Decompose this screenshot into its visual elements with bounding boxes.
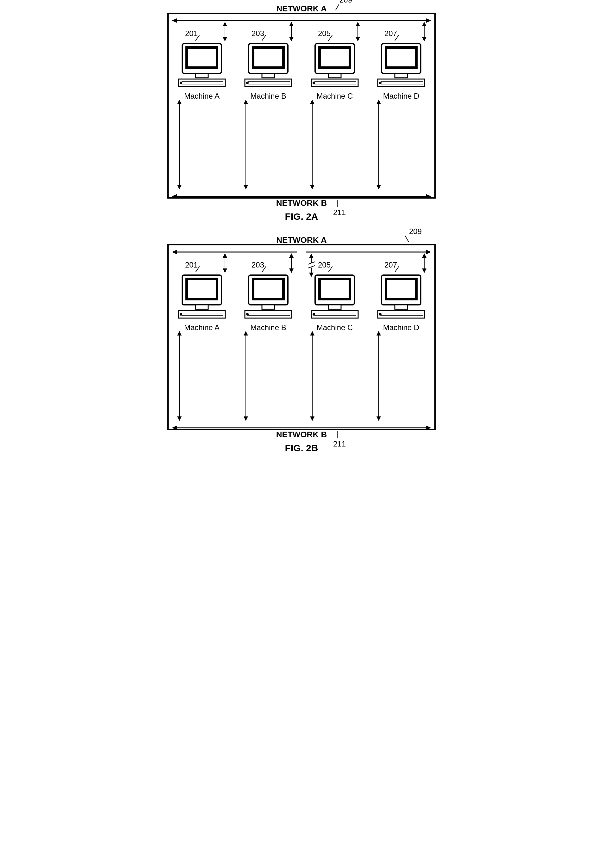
network-b-label: NETWORK B	[276, 198, 327, 208]
machine-b: 203 Machine B	[238, 274, 298, 332]
svg-rect-28	[386, 48, 416, 68]
conn-b-top	[291, 22, 292, 41]
conn-d-bot	[378, 100, 379, 189]
machine-b-ref: 203	[252, 29, 264, 38]
conn-b-top	[291, 254, 292, 273]
svg-rect-57	[245, 310, 292, 318]
machine-c-label: Machine C	[317, 323, 353, 332]
svg-point-67	[312, 313, 315, 316]
svg-rect-30	[378, 79, 425, 86]
svg-rect-49	[195, 305, 208, 309]
svg-marker-2	[426, 19, 431, 23]
svg-point-60	[246, 313, 249, 316]
computer-icon	[376, 274, 427, 321]
machine-d-label: Machine D	[383, 92, 419, 100]
svg-rect-29	[395, 73, 408, 78]
conn-b-bot	[246, 100, 246, 189]
svg-rect-48	[187, 279, 217, 299]
machine-c-label: Machine C	[317, 92, 353, 100]
machine-d-ref: 207	[384, 261, 397, 270]
svg-rect-14	[253, 48, 283, 68]
svg-rect-70	[395, 305, 408, 309]
network-b-ref: 211	[333, 208, 346, 217]
conn-a-bot	[179, 100, 180, 189]
machine-d: 207 Machine D	[371, 274, 431, 332]
figure-2b-caption: FIG. 2B	[169, 443, 434, 453]
machine-a-label: Machine A	[184, 92, 220, 100]
conn-d-top	[424, 254, 425, 273]
conn-b-bot	[246, 331, 246, 421]
svg-rect-64	[311, 310, 358, 318]
network-a-ref-lead	[405, 236, 409, 242]
computer-icon	[176, 274, 227, 321]
svg-rect-62	[320, 279, 350, 299]
svg-rect-9	[178, 79, 225, 86]
network-b-ref-lead	[337, 200, 337, 207]
machines-row: 201 Machine A 203 Mac	[169, 274, 434, 332]
machines-row: 201 Machine A 203	[169, 42, 434, 100]
svg-point-74	[379, 313, 382, 316]
svg-rect-23	[311, 79, 358, 86]
computer-icon	[309, 274, 360, 321]
svg-rect-63	[328, 305, 341, 309]
conn-a-top	[225, 254, 225, 273]
svg-rect-69	[386, 279, 416, 299]
figure-2b: NETWORK A 209 NETWORK B 211	[167, 244, 436, 430]
machine-b-label: Machine B	[250, 92, 286, 100]
svg-point-19	[246, 82, 249, 84]
network-a-ref: 209	[409, 227, 422, 236]
machine-a-ref: 201	[185, 261, 198, 270]
computer-icon	[243, 274, 294, 321]
svg-rect-15	[262, 73, 275, 78]
svg-marker-1	[172, 19, 177, 23]
svg-rect-71	[378, 310, 425, 318]
figure-2a-caption: FIG. 2A	[169, 211, 434, 222]
network-b-ref: 211	[333, 439, 346, 449]
machine-b-ref: 203	[252, 261, 264, 270]
machine-d-ref: 207	[384, 29, 397, 38]
svg-rect-50	[178, 310, 225, 318]
conn-d-top	[424, 22, 425, 41]
machine-b: 203 Machine B	[238, 42, 298, 100]
network-a-label: NETWORK A	[276, 235, 326, 245]
figure-2a: NETWORK A 209 NETWORK B 211 201	[167, 13, 436, 199]
conn-c-bot	[312, 331, 312, 421]
svg-rect-56	[262, 305, 275, 309]
machine-d: 207 Machine D	[371, 42, 431, 100]
machine-c-ref: 205	[318, 29, 331, 38]
conn-a-top	[225, 22, 225, 41]
svg-rect-22	[328, 73, 341, 78]
svg-marker-40	[426, 426, 431, 430]
svg-marker-37	[426, 250, 431, 254]
machine-a: 201 Machine A	[172, 42, 232, 100]
svg-marker-4	[172, 194, 177, 199]
computer-icon	[243, 42, 294, 90]
svg-rect-8	[195, 73, 208, 78]
svg-marker-5	[426, 194, 431, 199]
conn-c-bot	[312, 100, 312, 189]
machine-a-label: Machine A	[184, 323, 220, 332]
machine-a: 201 Machine A	[172, 274, 232, 332]
svg-rect-21	[320, 48, 350, 68]
svg-point-12	[180, 82, 182, 84]
network-a-ref: 209	[339, 0, 352, 5]
network-a-ref-lead	[336, 4, 339, 11]
machine-c-ref: 205	[318, 261, 331, 270]
svg-point-33	[379, 82, 382, 84]
computer-icon	[309, 42, 360, 90]
machine-b-label: Machine B	[250, 323, 286, 332]
conn-a-bot	[179, 331, 180, 421]
computer-icon	[376, 42, 427, 90]
conn-c-top	[357, 22, 358, 41]
network-a-label: NETWORK A	[276, 4, 326, 14]
svg-rect-55	[253, 279, 283, 299]
computer-icon	[176, 42, 227, 90]
machine-c: 205 Machine C	[305, 274, 365, 332]
network-b-ref-lead	[337, 431, 337, 438]
svg-point-53	[180, 313, 182, 316]
svg-rect-7	[187, 48, 217, 68]
svg-rect-16	[245, 79, 292, 86]
machine-a-ref: 201	[185, 29, 198, 38]
network-b-label: NETWORK B	[276, 430, 327, 439]
svg-marker-39	[172, 426, 177, 430]
